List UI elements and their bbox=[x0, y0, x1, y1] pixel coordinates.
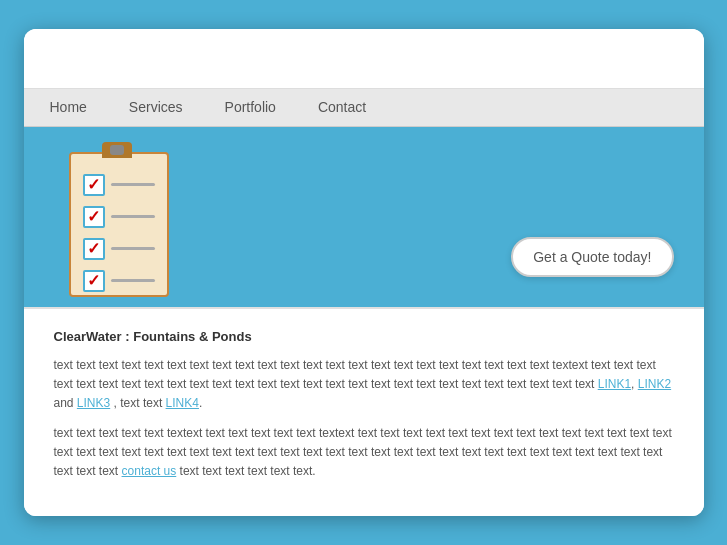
top-bar bbox=[24, 29, 704, 89]
check-item-1: ✓ bbox=[83, 174, 155, 196]
nav-home[interactable]: Home bbox=[44, 95, 93, 119]
checkbox-1: ✓ bbox=[83, 174, 105, 196]
check-item-2: ✓ bbox=[83, 206, 155, 228]
navigation: Home Services Portfolio Contact bbox=[24, 89, 704, 127]
checkbox-3: ✓ bbox=[83, 238, 105, 260]
content-area: ClearWater : Fountains & Ponds text text… bbox=[24, 307, 704, 516]
check-line-4 bbox=[111, 279, 155, 282]
para1-suffix: , text text bbox=[114, 396, 163, 410]
check-line-2 bbox=[111, 215, 155, 218]
nav-services[interactable]: Services bbox=[123, 95, 189, 119]
content-title: ClearWater : Fountains & Ponds bbox=[54, 329, 674, 344]
nav-contact[interactable]: Contact bbox=[312, 95, 372, 119]
link2[interactable]: LINK2 bbox=[638, 377, 671, 391]
link1[interactable]: LINK1 bbox=[598, 377, 631, 391]
link3[interactable]: LINK3 bbox=[77, 396, 110, 410]
para1-text: text text text text text text text text … bbox=[54, 358, 656, 391]
quote-button[interactable]: Get a Quote today! bbox=[511, 237, 673, 277]
content-paragraph-1: text text text text text text text text … bbox=[54, 356, 674, 414]
checkbox-2: ✓ bbox=[83, 206, 105, 228]
checkmark-3: ✓ bbox=[87, 241, 100, 257]
clipboard-body: ✓ ✓ ✓ ✓ bbox=[69, 152, 169, 297]
main-window: Home Services Portfolio Contact ✓ ✓ bbox=[24, 29, 704, 516]
checklist: ✓ ✓ ✓ ✓ bbox=[71, 154, 167, 302]
checkbox-4: ✓ bbox=[83, 270, 105, 292]
check-line-3 bbox=[111, 247, 155, 250]
hero-section: ✓ ✓ ✓ ✓ bbox=[24, 127, 704, 307]
clipboard-clip bbox=[102, 142, 132, 158]
clipboard-illustration: ✓ ✓ ✓ ✓ bbox=[64, 137, 174, 297]
check-item-3: ✓ bbox=[83, 238, 155, 260]
link4[interactable]: LINK4 bbox=[166, 396, 199, 410]
check-item-4: ✓ bbox=[83, 270, 155, 292]
checkmark-1: ✓ bbox=[87, 177, 100, 193]
contact-link[interactable]: contact us bbox=[122, 464, 177, 478]
checkmark-4: ✓ bbox=[87, 273, 100, 289]
content-paragraph-2: text text text text text textext text te… bbox=[54, 424, 674, 482]
nav-portfolio[interactable]: Portfolio bbox=[219, 95, 282, 119]
para2-suffix: text text text text text text. bbox=[180, 464, 316, 478]
check-line-1 bbox=[111, 183, 155, 186]
checkmark-2: ✓ bbox=[87, 209, 100, 225]
